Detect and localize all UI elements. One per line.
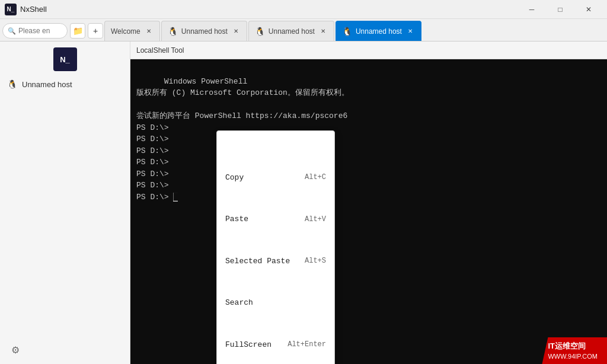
tab-welcome-label: Welcome <box>111 27 140 36</box>
tab-host1-icon: 🐧 <box>168 27 178 36</box>
close-button[interactable]: ✕ <box>575 0 602 19</box>
tab-host2-label: Unnamed host <box>269 27 315 36</box>
sidebar-item-host[interactable]: 🐧 Unnamed host <box>0 75 130 94</box>
tab-welcome[interactable]: Welcome ✕ <box>104 21 160 41</box>
minimize-button[interactable]: ─ <box>518 0 545 19</box>
ctx-selected-paste-label: Selected Paste <box>225 256 290 267</box>
sidebar: N_ 🐧 Unnamed host ⚙ <box>0 41 130 364</box>
tab-host1-close[interactable]: ✕ <box>231 27 241 36</box>
tab-host3-icon: 🐧 <box>342 27 352 36</box>
ctx-copy-shortcut: Alt+C <box>305 172 326 183</box>
ctx-paste-label: Paste <box>225 213 248 225</box>
tabbar: 🔍 📁 + Welcome ✕ 🐧 Unnamed host ✕ 🐧 Unnam… <box>0 19 607 41</box>
titlebar-controls: ─ □ ✕ <box>518 0 602 19</box>
search-input[interactable] <box>18 27 60 35</box>
ctx-copy[interactable]: Copy Alt+C <box>217 168 334 187</box>
tab-host3-label: Unnamed host <box>356 27 402 36</box>
ctx-paste-shortcut: Alt+V <box>305 214 326 225</box>
app-icon: N_ <box>5 4 17 15</box>
tab-host1[interactable]: 🐧 Unnamed host ✕ <box>161 21 247 41</box>
maximize-button[interactable]: □ <box>547 0 574 19</box>
app-title: NxShell <box>20 5 47 14</box>
ctx-search[interactable]: Search <box>217 293 334 312</box>
ctx-copy-label: Copy <box>225 172 244 184</box>
terminal-area: LocalShell Tool Windows PowerShell 版权所有 … <box>130 41 607 364</box>
titlebar: N_ NxShell ─ □ ✕ <box>0 0 607 19</box>
watermark: IT运维空间WWW.94IP.COM <box>542 337 607 364</box>
sidebar-bottom: ⚙ <box>0 336 130 364</box>
sidebar-host-label: Unnamed host <box>22 80 72 89</box>
tab-host1-label: Unnamed host <box>181 27 228 36</box>
tab-host2-close[interactable]: ✕ <box>318 27 328 36</box>
ctx-fullscreen-shortcut: Alt+Enter <box>287 339 326 350</box>
tab-host2-icon: 🐧 <box>255 27 265 36</box>
ctx-search-label: Search <box>225 297 253 309</box>
ctx-paste[interactable]: Paste Alt+V <box>217 210 334 229</box>
ctx-selected-paste-shortcut: Alt+S <box>305 256 326 266</box>
settings-button[interactable]: ⚙ <box>7 341 24 358</box>
tab-host3-close[interactable]: ✕ <box>405 27 415 36</box>
terminal-content[interactable]: Windows PowerShell 版权所有 (C) Microsoft Co… <box>130 59 607 364</box>
toolbar-label: LocalShell Tool <box>136 46 184 55</box>
ctx-fullscreen[interactable]: FullScreen Alt+Enter <box>217 336 334 355</box>
tab-host3[interactable]: 🐧 Unnamed host ✕ <box>336 21 421 41</box>
tab-host2[interactable]: 🐧 Unnamed host ✕ <box>248 21 334 41</box>
folder-button[interactable]: 📁 <box>70 23 85 39</box>
search-icon: 🔍 <box>8 27 16 35</box>
search-box[interactable]: 🔍 <box>2 23 68 39</box>
tabbar-left: 🔍 📁 + <box>2 23 103 41</box>
main-layout: N_ 🐧 Unnamed host ⚙ LocalShell Tool Wind… <box>0 41 607 364</box>
add-tab-button[interactable]: + <box>88 23 103 39</box>
settings-icon: ⚙ <box>11 344 20 356</box>
titlebar-left: N_ NxShell <box>5 4 47 15</box>
context-menu: Copy Alt+C Paste Alt+V Selected Paste Al… <box>216 130 335 364</box>
ctx-selected-paste[interactable]: Selected Paste Alt+S <box>217 252 334 271</box>
tab-welcome-close[interactable]: ✕ <box>144 27 154 36</box>
terminal-toolbar: LocalShell Tool <box>130 41 607 59</box>
sidebar-logo: N_ <box>53 47 77 71</box>
ctx-fullscreen-label: FullScreen <box>225 339 271 351</box>
sidebar-host-icon: 🐧 <box>7 79 17 89</box>
